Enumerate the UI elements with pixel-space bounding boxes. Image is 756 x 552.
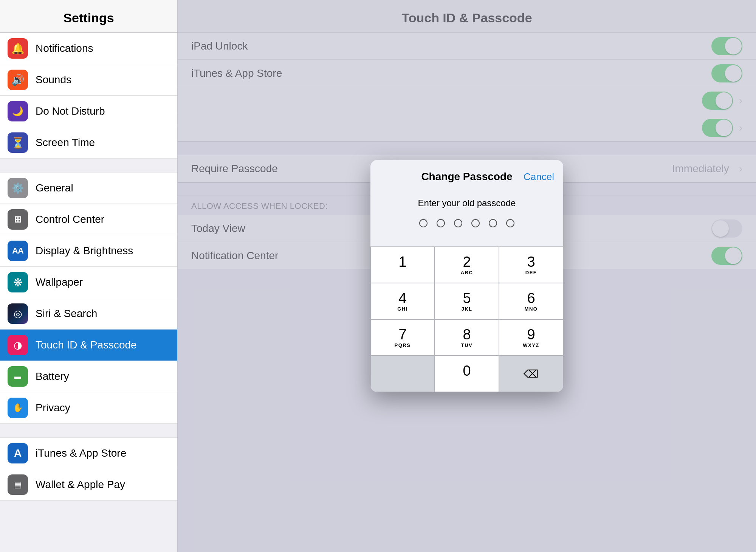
sidebar-item-itunes[interactable]: A iTunes & App Store [0,437,177,469]
sidebar-item-touch-id-passcode[interactable]: ◑ Touch ID & Passcode [0,330,177,361]
touch-id-icon: ◑ [8,335,28,355]
sounds-icon: 🔊 [8,70,28,90]
key-2[interactable]: 2 ABC [435,247,499,283]
key-0[interactable]: 0 [435,356,499,392]
privacy-icon: ✋ [8,398,28,418]
key-8-letters: TUV [461,342,473,348]
sidebar-item-wallet[interactable]: ▤ Wallet & Apple Pay [0,469,177,501]
key-5-num: 5 [463,291,471,305]
general-icon: ⚙️ [8,178,28,198]
key-6-num: 6 [527,291,535,305]
key-0-letters [466,379,468,385]
key-5[interactable]: 5 JKL [435,283,499,319]
key-9-letters: WXYZ [523,342,539,348]
sidebar-label-siri-search: Siri & Search [36,308,97,320]
sidebar-item-display-brightness[interactable]: AA Display & Brightness [0,235,177,267]
wallpaper-icon: ❋ [8,272,28,292]
sidebar-label-display-brightness: Display & Brightness [36,245,133,257]
modal-body: Enter your old passcode [370,189,563,246]
key-9-num: 9 [527,327,535,342]
key-1[interactable]: 1 [370,247,435,283]
sidebar-item-notifications[interactable]: 🔔 Notifications [0,33,177,64]
passcode-dot-3 [454,219,462,227]
sidebar-label-screen-time: Screen Time [36,137,95,149]
sidebar-label-sounds: Sounds [36,74,71,86]
key-4[interactable]: 4 GHI [370,283,435,319]
sidebar-label-do-not-disturb: Do Not Disturb [36,105,105,117]
siri-icon: ◎ [8,303,28,324]
key-1-num: 1 [398,255,406,269]
modal-cancel-button[interactable]: Cancel [524,171,554,183]
key-7-num: 7 [398,327,406,342]
key-6-letters: MNO [525,306,538,312]
itunes-icon: A [8,443,28,463]
notifications-icon: 🔔 [8,38,28,59]
key-8[interactable]: 8 TUV [435,319,499,356]
key-3[interactable]: 3 DEF [499,247,563,283]
change-passcode-modal: Change Passcode Cancel Enter your old pa… [370,160,563,392]
main-panel: Touch ID & Passcode iPad Unlock iTunes &… [178,0,756,552]
sidebar: Settings 🔔 Notifications 🔊 Sounds 🌙 Do N… [0,0,178,552]
key-4-num: 4 [398,291,406,305]
passcode-dots [378,219,556,227]
sidebar-label-battery: Battery [36,370,69,383]
key-7[interactable]: 7 PQRS [370,319,435,356]
sidebar-spacer-2 [0,424,177,437]
sidebar-item-battery[interactable]: ▬ Battery [0,361,177,392]
wallet-icon: ▤ [8,474,28,495]
sidebar-item-siri-search[interactable]: ◎ Siri & Search [0,298,177,330]
key-1-letters [401,270,403,276]
key-7-letters: PQRS [395,342,411,348]
passcode-dot-1 [419,219,428,227]
keypad-row-4: 0 ⌫ [370,356,563,392]
sidebar-item-control-center[interactable]: ⊞ Control Center [0,204,177,235]
key-6[interactable]: 6 MNO [499,283,563,319]
sidebar-label-privacy: Privacy [36,402,70,414]
do-not-disturb-icon: 🌙 [8,101,28,121]
sidebar-label-itunes: iTunes & App Store [36,447,126,459]
keypad: 1 2 ABC 3 DEF 4 GHI [370,246,563,392]
sidebar-group-2: ⚙️ General ⊞ Control Center AA Display &… [0,172,177,424]
keypad-row-1: 1 2 ABC 3 DEF [370,247,563,283]
sidebar-item-do-not-disturb[interactable]: 🌙 Do Not Disturb [0,96,177,127]
key-3-letters: DEF [525,270,537,276]
passcode-dot-2 [437,219,445,227]
sidebar-label-control-center: Control Center [36,213,104,225]
display-brightness-icon: AA [8,241,28,261]
modal-header: Change Passcode Cancel [370,160,563,189]
key-4-letters: GHI [397,306,408,312]
key-9[interactable]: 9 WXYZ [499,319,563,356]
key-delete[interactable]: ⌫ [499,356,563,392]
passcode-dot-4 [471,219,480,227]
keypad-row-2: 4 GHI 5 JKL 6 MNO [370,283,563,319]
key-2-letters: ABC [461,270,473,276]
battery-icon: ▬ [8,366,28,387]
key-0-num: 0 [463,364,471,378]
sidebar-label-wallpaper: Wallpaper [36,276,83,288]
sidebar-label-wallet: Wallet & Apple Pay [36,479,125,491]
screen-time-icon: ⏳ [8,132,28,153]
sidebar-title: Settings [0,11,177,25]
control-center-icon: ⊞ [8,209,28,230]
modal-overlay: Change Passcode Cancel Enter your old pa… [178,0,756,552]
sidebar-item-screen-time[interactable]: ⏳ Screen Time [0,127,177,159]
sidebar-item-privacy[interactable]: ✋ Privacy [0,392,177,424]
sidebar-item-sounds[interactable]: 🔊 Sounds [0,64,177,96]
passcode-dot-6 [506,219,514,227]
passcode-prompt: Enter your old passcode [378,198,556,208]
sidebar-item-wallpaper[interactable]: ❋ Wallpaper [0,267,177,298]
sidebar-spacer-1 [0,159,177,172]
key-8-num: 8 [463,327,471,342]
delete-icon: ⌫ [524,369,539,379]
sidebar-label-touch-id: Touch ID & Passcode [36,339,137,351]
key-5-letters: JKL [461,306,472,312]
sidebar-label-notifications: Notifications [36,42,93,54]
sidebar-item-general[interactable]: ⚙️ General [0,172,177,204]
keypad-row-3: 7 PQRS 8 TUV 9 WXYZ [370,319,563,356]
sidebar-group-3: A iTunes & App Store ▤ Wallet & Apple Pa… [0,437,177,501]
key-2-num: 2 [463,255,471,269]
sidebar-label-general: General [36,182,73,194]
key-empty [370,356,435,392]
modal-title: Change Passcode [421,171,512,183]
sidebar-header: Settings [0,0,177,33]
